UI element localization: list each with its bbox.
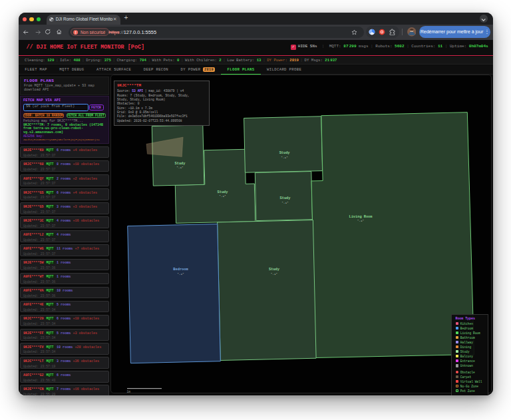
svg-text:*-1*: *-1* bbox=[357, 219, 365, 222]
svg-text:*-1*: *-1* bbox=[281, 200, 289, 204]
svg-text:*-1*: *-1* bbox=[281, 155, 288, 158]
svg-text:Study: Study bbox=[280, 196, 291, 200]
svg-text:Study: Study bbox=[175, 161, 186, 165]
svg-text:*-1*: *-1* bbox=[219, 194, 226, 198]
svg-text:Bedroom: Bedroom bbox=[173, 268, 188, 272]
svg-text:Study: Study bbox=[269, 268, 280, 272]
svg-text:*-1*: *-1* bbox=[176, 166, 184, 169]
svg-text:*-1*: *-1* bbox=[271, 272, 278, 275]
svg-text:*-1*: *-1* bbox=[177, 272, 184, 275]
svg-text:Living Room: Living Room bbox=[349, 214, 373, 218]
svg-text:Study: Study bbox=[218, 190, 229, 194]
svg-text:1m: 1m bbox=[127, 390, 131, 393]
svg-text:Study: Study bbox=[279, 151, 291, 155]
